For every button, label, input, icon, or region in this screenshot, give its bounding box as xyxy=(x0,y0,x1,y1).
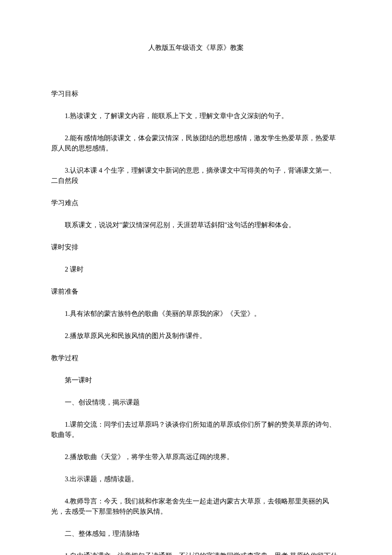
prep-heading: 课前准备 xyxy=(51,286,341,297)
prep-item: 1.具有浓郁的蒙古族特色的歌曲《美丽的草原我的家》《天堂》。 xyxy=(51,309,341,319)
step-item: 1.自由通读课文，注意把句子读通顺，不认识的字请教同学或查字典。思考 草原给你留… xyxy=(51,551,341,555)
process-heading: 教学过程 xyxy=(51,353,341,363)
goal-item: 1.熟读课文，了解课文内容，能联系上下文，理解文章中含义深刻的句子。 xyxy=(51,111,341,121)
section-heading: 一、创设情境，揭示课题 xyxy=(51,397,341,408)
section-heading: 二、整体感知，理清脉络 xyxy=(51,529,341,539)
schedule-heading: 课时安排 xyxy=(51,242,341,252)
step-item: 4.教师导言：今天，我们就和作家老舍先生一起走进内蒙古大草原，去领略那里美丽的风… xyxy=(51,496,341,517)
lesson-heading: 第一课时 xyxy=(51,375,341,385)
document-page: 人教版五年级语文《草原》教案 学习目标 1.熟读课文，了解课文内容，能联系上下文… xyxy=(0,0,392,555)
difficulty-text: 联系课文，说说对"蒙汉情深何忍别，天涯碧草话斜阳"这句话的理解和体会。 xyxy=(51,220,341,230)
schedule-text: 2 课时 xyxy=(51,264,341,275)
step-item: 2.播放歌曲《天堂》，将学生带入草原高远辽阔的境界。 xyxy=(51,452,341,462)
prep-item: 2.播放草原风光和民族风情的图片及制作课件。 xyxy=(51,331,341,341)
goal-item: 2.能有感情地朗读课文，体会蒙汉情深，民族团结的思想感情，激发学生热爱草原，热爱… xyxy=(51,133,341,153)
document-title: 人教版五年级语文《草原》教案 xyxy=(51,43,341,53)
step-item: 1.课前交流：同学们去过草原吗？谈谈你们所知道的草原或你们所了解的赞美草原的诗句… xyxy=(51,419,341,440)
goal-item: 3.认识本课 4 个生字，理解课文中新词的意思，摘录课文中写得美的句子，背诵课文… xyxy=(51,165,341,186)
step-item: 3.出示课题，感情读题。 xyxy=(51,474,341,484)
difficulty-heading: 学习难点 xyxy=(51,198,341,208)
goals-heading: 学习目标 xyxy=(51,89,341,99)
